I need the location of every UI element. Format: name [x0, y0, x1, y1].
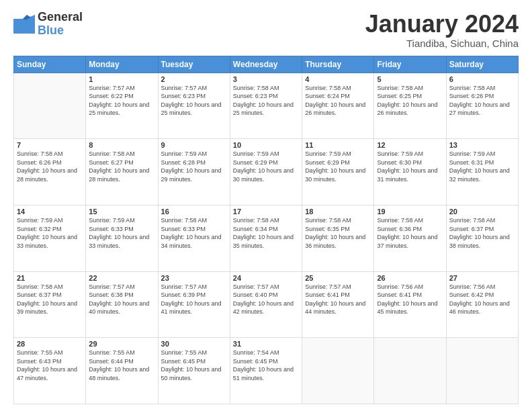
calendar-cell: 10Sunrise: 7:59 AMSunset: 6:29 PMDayligh…: [230, 139, 302, 205]
logo-blue: Blue: [38, 24, 64, 37]
day-number: 30: [161, 340, 227, 348]
title-area: January 2024 Tiandiba, Sichuan, China: [365, 11, 519, 49]
day-info: Sunrise: 7:59 AMSunset: 6:33 PMDaylight:…: [89, 216, 154, 250]
day-of-week-header: Monday: [86, 56, 158, 73]
calendar-cell: 17Sunrise: 7:58 AMSunset: 6:34 PMDayligh…: [230, 205, 302, 271]
calendar-cell: 3Sunrise: 7:58 AMSunset: 6:23 PMDaylight…: [230, 73, 302, 139]
logo-general: General: [38, 10, 83, 24]
day-number: 22: [89, 274, 154, 282]
day-number: 12: [377, 141, 443, 149]
day-info: Sunrise: 7:59 AMSunset: 6:32 PMDaylight:…: [17, 216, 83, 250]
calendar-header-row: SundayMondayTuesdayWednesdayThursdayFrid…: [14, 56, 519, 73]
calendar-cell: 25Sunrise: 7:57 AMSunset: 6:41 PMDayligh…: [302, 271, 374, 338]
day-info: Sunrise: 7:55 AMSunset: 6:44 PMDaylight:…: [89, 349, 154, 382]
calendar-cell: 16Sunrise: 7:58 AMSunset: 6:33 PMDayligh…: [158, 205, 230, 271]
day-info: Sunrise: 7:59 AMSunset: 6:31 PMDaylight:…: [449, 150, 515, 183]
day-number: 4: [305, 75, 371, 83]
day-of-week-header: Saturday: [446, 56, 518, 73]
day-number: 26: [377, 274, 443, 282]
day-number: 28: [17, 340, 83, 348]
calendar-week-row: 7Sunrise: 7:58 AMSunset: 6:26 PMDaylight…: [14, 139, 519, 205]
day-number: 24: [233, 274, 299, 282]
day-info: Sunrise: 7:57 AMSunset: 6:40 PMDaylight:…: [233, 283, 299, 316]
day-info: Sunrise: 7:59 AMSunset: 6:29 PMDaylight:…: [305, 150, 371, 183]
day-number: 20: [449, 208, 515, 216]
calendar-cell: [446, 338, 518, 404]
calendar-cell: 27Sunrise: 7:56 AMSunset: 6:42 PMDayligh…: [446, 271, 518, 338]
day-number: 3: [233, 75, 299, 83]
page: General Blue January 2024 Tiandiba, Sich…: [0, 0, 532, 411]
day-of-week-header: Sunday: [14, 56, 86, 73]
day-info: Sunrise: 7:58 AMSunset: 6:37 PMDaylight:…: [17, 283, 83, 316]
calendar-cell: 24Sunrise: 7:57 AMSunset: 6:40 PMDayligh…: [230, 271, 302, 338]
day-info: Sunrise: 7:55 AMSunset: 6:43 PMDaylight:…: [17, 349, 83, 382]
day-info: Sunrise: 7:57 AMSunset: 6:22 PMDaylight:…: [89, 84, 154, 118]
day-info: Sunrise: 7:58 AMSunset: 6:33 PMDaylight:…: [161, 216, 227, 250]
calendar-cell: 30Sunrise: 7:55 AMSunset: 6:45 PMDayligh…: [158, 338, 230, 404]
calendar-cell: 18Sunrise: 7:58 AMSunset: 6:35 PMDayligh…: [302, 205, 374, 271]
calendar-cell: 11Sunrise: 7:59 AMSunset: 6:29 PMDayligh…: [302, 139, 374, 205]
day-number: 29: [89, 340, 154, 348]
calendar-cell: 7Sunrise: 7:58 AMSunset: 6:26 PMDaylight…: [14, 139, 86, 205]
day-number: 2: [161, 75, 227, 83]
header: General Blue January 2024 Tiandiba, Sich…: [13, 11, 519, 49]
day-number: 21: [17, 274, 83, 282]
day-number: 8: [89, 141, 154, 149]
day-info: Sunrise: 7:57 AMSunset: 6:39 PMDaylight:…: [161, 283, 227, 316]
day-number: 23: [161, 274, 227, 282]
location: Tiandiba, Sichuan, China: [365, 38, 519, 49]
logo-icon: [13, 15, 35, 34]
day-of-week-header: Friday: [374, 56, 446, 73]
day-info: Sunrise: 7:58 AMSunset: 6:25 PMDaylight:…: [377, 84, 443, 118]
day-number: 27: [449, 274, 515, 282]
day-number: 1: [89, 75, 154, 83]
day-number: 9: [161, 141, 227, 149]
calendar-cell: 19Sunrise: 7:58 AMSunset: 6:36 PMDayligh…: [374, 205, 446, 271]
day-number: 10: [233, 141, 299, 149]
svg-rect-0: [13, 19, 26, 34]
day-info: Sunrise: 7:59 AMSunset: 6:30 PMDaylight:…: [377, 150, 443, 183]
day-number: 7: [17, 141, 83, 149]
calendar-cell: 13Sunrise: 7:59 AMSunset: 6:31 PMDayligh…: [446, 139, 518, 205]
calendar-cell: 26Sunrise: 7:56 AMSunset: 6:41 PMDayligh…: [374, 271, 446, 338]
day-info: Sunrise: 7:59 AMSunset: 6:29 PMDaylight:…: [233, 150, 299, 183]
calendar-cell: 29Sunrise: 7:55 AMSunset: 6:44 PMDayligh…: [86, 338, 158, 404]
day-info: Sunrise: 7:59 AMSunset: 6:28 PMDaylight:…: [161, 150, 227, 183]
calendar-cell: 31Sunrise: 7:54 AMSunset: 6:45 PMDayligh…: [230, 338, 302, 404]
day-info: Sunrise: 7:57 AMSunset: 6:38 PMDaylight:…: [89, 283, 154, 316]
calendar-cell: [14, 73, 86, 139]
calendar-cell: 28Sunrise: 7:55 AMSunset: 6:43 PMDayligh…: [14, 338, 86, 404]
calendar-cell: 23Sunrise: 7:57 AMSunset: 6:39 PMDayligh…: [158, 271, 230, 338]
day-info: Sunrise: 7:57 AMSunset: 6:41 PMDaylight:…: [305, 283, 371, 316]
day-number: 6: [449, 75, 515, 83]
calendar-cell: 12Sunrise: 7:59 AMSunset: 6:30 PMDayligh…: [374, 139, 446, 205]
month-title: January 2024: [365, 11, 519, 38]
day-number: 18: [305, 208, 371, 216]
day-info: Sunrise: 7:54 AMSunset: 6:45 PMDaylight:…: [233, 349, 299, 382]
calendar-cell: 4Sunrise: 7:58 AMSunset: 6:24 PMDaylight…: [302, 73, 374, 139]
day-info: Sunrise: 7:58 AMSunset: 6:26 PMDaylight:…: [17, 150, 83, 183]
calendar-table: SundayMondayTuesdayWednesdayThursdayFrid…: [13, 56, 519, 404]
day-info: Sunrise: 7:58 AMSunset: 6:24 PMDaylight:…: [305, 84, 371, 118]
calendar-week-row: 28Sunrise: 7:55 AMSunset: 6:43 PMDayligh…: [14, 338, 519, 404]
day-info: Sunrise: 7:56 AMSunset: 6:42 PMDaylight:…: [449, 283, 515, 316]
day-number: 14: [17, 208, 83, 216]
calendar-cell: 5Sunrise: 7:58 AMSunset: 6:25 PMDaylight…: [374, 73, 446, 139]
calendar-cell: 22Sunrise: 7:57 AMSunset: 6:38 PMDayligh…: [86, 271, 158, 338]
day-number: 15: [89, 208, 154, 216]
calendar-week-row: 1Sunrise: 7:57 AMSunset: 6:22 PMDaylight…: [14, 73, 519, 139]
calendar-cell: 14Sunrise: 7:59 AMSunset: 6:32 PMDayligh…: [14, 205, 86, 271]
day-info: Sunrise: 7:55 AMSunset: 6:45 PMDaylight:…: [161, 349, 227, 382]
calendar-cell: [302, 338, 374, 404]
day-number: 31: [233, 340, 299, 348]
day-info: Sunrise: 7:58 AMSunset: 6:35 PMDaylight:…: [305, 216, 371, 250]
day-of-week-header: Tuesday: [158, 56, 230, 73]
day-info: Sunrise: 7:58 AMSunset: 6:23 PMDaylight:…: [233, 84, 299, 118]
day-info: Sunrise: 7:58 AMSunset: 6:37 PMDaylight:…: [449, 216, 515, 250]
calendar-cell: [374, 338, 446, 404]
day-of-week-header: Thursday: [302, 56, 374, 73]
calendar-cell: 8Sunrise: 7:58 AMSunset: 6:27 PMDaylight…: [86, 139, 158, 205]
day-info: Sunrise: 7:58 AMSunset: 6:36 PMDaylight:…: [377, 216, 443, 250]
day-number: 25: [305, 274, 371, 282]
day-info: Sunrise: 7:58 AMSunset: 6:26 PMDaylight:…: [449, 84, 515, 118]
